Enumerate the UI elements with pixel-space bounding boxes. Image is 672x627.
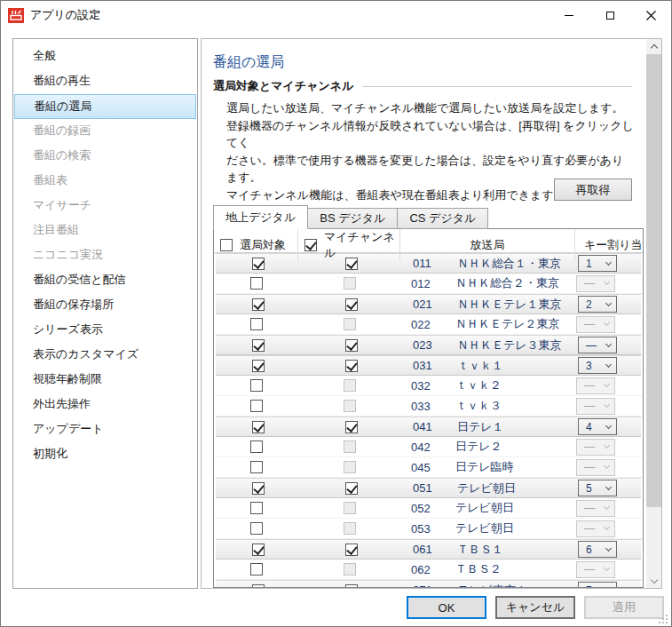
chevron-down-icon <box>605 585 612 588</box>
refresh-button[interactable]: 再取得 <box>554 179 632 201</box>
key-assign-dropdown[interactable]: 1 <box>578 255 617 272</box>
sidebar-item: 番組の録画 <box>13 119 197 144</box>
tab[interactable]: CS デジタル <box>397 208 488 229</box>
app-icon <box>8 8 24 23</box>
key-cell: — <box>575 275 643 292</box>
sidebar-item[interactable]: 視聴年齢制限 <box>13 368 197 393</box>
key-cell: 1 <box>577 255 641 272</box>
key-assign-dropdown: — <box>576 561 615 578</box>
select-checkbox[interactable] <box>252 360 265 372</box>
tab[interactable]: BS デジタル <box>307 208 398 229</box>
select-checkbox[interactable] <box>250 461 263 473</box>
key-cell: 6 <box>577 541 641 558</box>
select-checkbox[interactable] <box>250 522 263 535</box>
chevron-down-icon <box>604 320 610 326</box>
mychannel-checkbox[interactable] <box>345 482 358 495</box>
maximize-button[interactable] <box>589 1 630 29</box>
scrollbar-thumb[interactable] <box>646 54 661 507</box>
cancel-button[interactable]: キャンセル <box>495 596 575 619</box>
key-assign-dropdown[interactable]: — <box>578 337 617 353</box>
key-assign-dropdown: — <box>576 459 615 476</box>
key-assign-dropdown[interactable]: 7 <box>578 582 617 588</box>
select-checkbox[interactable] <box>250 440 263 453</box>
station-name: ＮＨＫＥテレ３東京 <box>457 337 577 353</box>
key-assign-dropdown[interactable]: 2 <box>578 296 617 313</box>
sidebar-item[interactable]: 表示のカスタマイズ <box>13 343 197 368</box>
key-cell: 3 <box>577 357 641 374</box>
select-checkbox[interactable] <box>250 379 263 392</box>
scroll-down-button[interactable] <box>646 573 661 588</box>
channel-number: 041 <box>402 420 457 433</box>
sidebar-item[interactable]: 番組の再生 <box>13 69 197 94</box>
mychannel-checkbox[interactable] <box>345 544 358 556</box>
key-assign-dropdown: — <box>576 377 615 394</box>
key-assign-dropdown[interactable]: 6 <box>578 541 617 558</box>
scroll-up-button[interactable] <box>646 39 661 54</box>
key-cell: — <box>575 520 643 537</box>
select-checkbox[interactable] <box>252 298 265 311</box>
select-checkbox[interactable] <box>252 339 265 352</box>
channel-number: 021 <box>402 298 457 311</box>
select-cell <box>216 421 300 433</box>
select-checkbox[interactable] <box>250 318 263 330</box>
mychannel-cell <box>300 360 402 372</box>
mychannel-checkbox <box>344 277 356 290</box>
key-assign-dropdown[interactable]: 4 <box>578 418 617 435</box>
mychannel-checkbox[interactable] <box>345 298 358 311</box>
mychannel-all-checkbox[interactable] <box>304 239 317 251</box>
description-line: 登録機器のチャンネル情報が反映されていない場合は、[再取得] をクリックしてく <box>226 117 635 152</box>
mychannel-checkbox[interactable] <box>345 339 358 352</box>
mychannel-cell <box>298 440 400 453</box>
mychannel-cell <box>300 421 402 433</box>
sidebar-item[interactable]: 番組の保存場所 <box>13 293 197 318</box>
select-all-checkbox[interactable] <box>220 239 233 251</box>
select-checkbox[interactable] <box>250 563 263 575</box>
mychannel-checkbox[interactable] <box>345 258 358 270</box>
mychannel-checkbox[interactable] <box>345 360 358 372</box>
sidebar-item[interactable]: シリーズ表示 <box>13 318 197 343</box>
select-checkbox[interactable] <box>252 258 265 270</box>
titlebar[interactable]: アプリの設定 <box>1 1 671 29</box>
mychannel-checkbox[interactable] <box>345 584 358 589</box>
table-row: 053テレビ朝日— <box>214 519 643 539</box>
mychannel-cell <box>300 298 402 311</box>
select-checkbox[interactable] <box>250 502 263 514</box>
panel-scrollbar[interactable] <box>646 39 661 588</box>
chevron-down-icon <box>604 381 610 387</box>
key-assign-value: — <box>577 440 605 453</box>
sidebar-item[interactable]: 番組の選局 <box>14 94 196 119</box>
sidebar-item[interactable]: アップデート <box>13 417 197 442</box>
mychannel-cell <box>298 318 400 330</box>
channel-number: 061 <box>402 543 457 556</box>
resize-grip[interactable] <box>657 613 668 624</box>
mychannel-cell <box>300 544 402 556</box>
select-checkbox[interactable] <box>252 421 265 433</box>
tab[interactable]: 地上デジタル <box>213 205 308 229</box>
select-cell <box>214 379 298 392</box>
minimize-button[interactable] <box>549 1 589 29</box>
mychannel-checkbox[interactable] <box>345 421 358 433</box>
sidebar-item[interactable]: 初期化 <box>13 442 197 467</box>
sidebar-item[interactable]: 番組の受信と配信 <box>13 268 197 293</box>
key-assign-value: 3 <box>579 360 606 372</box>
key-assign-dropdown[interactable]: 5 <box>578 480 617 496</box>
select-checkbox[interactable] <box>250 400 263 412</box>
key-assign-dropdown: — <box>576 500 615 517</box>
sidebar-item[interactable]: 外出先操作 <box>13 393 197 417</box>
channel-number: 051 <box>402 481 457 495</box>
select-checkbox[interactable] <box>252 584 265 589</box>
select-checkbox[interactable] <box>252 544 265 556</box>
channel-number: 071 <box>402 583 457 588</box>
select-checkbox[interactable] <box>250 277 263 290</box>
key-cell: — <box>577 337 641 353</box>
key-assign-dropdown[interactable]: 3 <box>578 357 617 374</box>
key-assign-dropdown: — <box>576 275 615 292</box>
select-checkbox[interactable] <box>252 482 265 495</box>
select-cell <box>214 502 298 514</box>
sidebar-item[interactable]: 全般 <box>13 44 197 69</box>
mychannel-checkbox <box>344 502 356 514</box>
station-name: ＮＨＫ総合１・東京 <box>457 256 577 272</box>
close-button[interactable] <box>630 1 671 29</box>
ok-button[interactable]: OK <box>407 596 486 619</box>
select-cell <box>216 544 300 556</box>
